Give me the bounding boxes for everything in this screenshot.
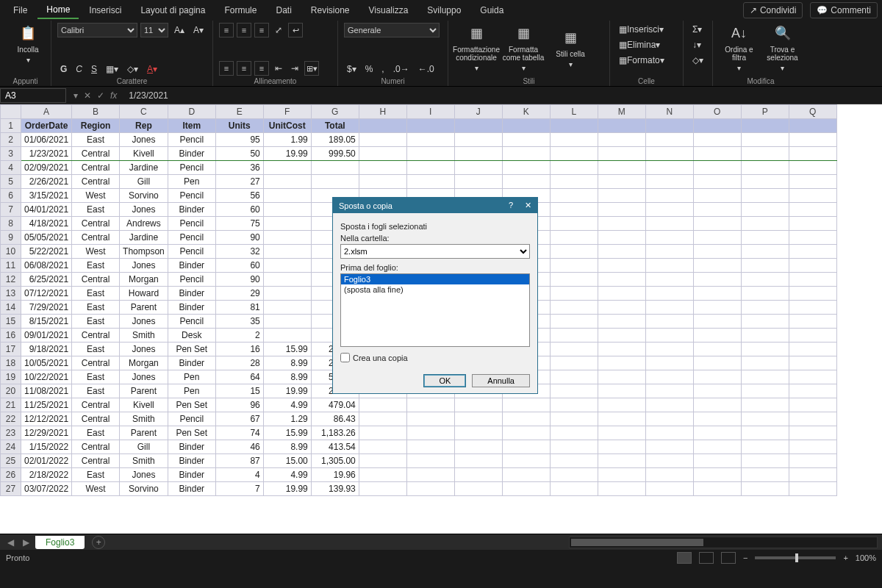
cell[interactable]: Pen Set (168, 343, 215, 356)
cell[interactable]: 29 (215, 287, 263, 301)
cell[interactable] (598, 231, 645, 245)
cell[interactable] (406, 175, 454, 189)
cell[interactable]: Parent (120, 384, 168, 398)
cell[interactable]: Binder (168, 468, 215, 482)
col-header-A[interactable]: A (21, 105, 72, 119)
align-center-button[interactable]: ≡ (237, 61, 251, 76)
cell[interactable]: 1.29 (263, 412, 311, 426)
cell[interactable]: 2 (215, 329, 263, 343)
cell[interactable] (741, 273, 789, 287)
cell[interactable] (598, 147, 645, 161)
autosum-button[interactable]: Σ▾ (689, 23, 706, 36)
cell[interactable] (789, 203, 836, 217)
cell[interactable]: 86.43 (311, 412, 359, 426)
cell[interactable]: Pencil (168, 273, 215, 287)
cell[interactable]: 19.96 (311, 468, 359, 482)
row-header-9[interactable]: 9 (1, 231, 21, 245)
cell[interactable] (741, 245, 789, 259)
tab-sviluppo[interactable]: Sviluppo (418, 2, 470, 18)
col-header-L[interactable]: L (550, 105, 598, 119)
cell[interactable] (789, 343, 836, 356)
cell[interactable] (741, 203, 789, 217)
cell[interactable]: West (72, 245, 120, 259)
cell[interactable] (741, 259, 789, 273)
cell[interactable]: 3/15/2021 (21, 189, 72, 203)
cell[interactable] (693, 468, 741, 482)
cell[interactable] (502, 440, 550, 454)
cell[interactable] (645, 245, 693, 259)
cell[interactable]: 2/18/2022 (21, 468, 72, 482)
cell[interactable] (645, 343, 693, 356)
font-name-select[interactable]: Calibri (57, 23, 137, 37)
cell[interactable] (502, 398, 550, 412)
cell[interactable]: Howard (120, 287, 168, 301)
cell[interactable] (263, 189, 311, 203)
cell[interactable]: Jones (120, 133, 168, 147)
fx-dropdown-icon[interactable]: ▾ (74, 90, 78, 101)
cell[interactable]: Desk (168, 329, 215, 343)
cell[interactable] (645, 161, 693, 175)
cell[interactable] (693, 398, 741, 412)
cell[interactable] (311, 161, 359, 175)
cell[interactable]: Binder (168, 259, 215, 273)
cell[interactable] (693, 175, 741, 189)
cell[interactable] (406, 119, 454, 133)
cell[interactable] (550, 231, 598, 245)
zoom-level[interactable]: 100% (856, 553, 876, 562)
cell[interactable]: Units (215, 119, 263, 133)
cell[interactable] (263, 329, 311, 343)
cell[interactable] (693, 119, 741, 133)
cell[interactable]: Pencil (168, 189, 215, 203)
italic-button[interactable]: C (73, 62, 85, 76)
cell[interactable]: 50 (215, 147, 263, 161)
cell[interactable] (645, 203, 693, 217)
zoom-slider[interactable] (755, 556, 836, 559)
cell[interactable]: Central (72, 356, 120, 370)
cell[interactable] (406, 412, 454, 426)
row-header-3[interactable]: 3 (1, 147, 21, 161)
cell[interactable] (789, 245, 836, 259)
cell[interactable]: East (72, 426, 120, 440)
cell[interactable] (645, 287, 693, 301)
cell[interactable]: Total (311, 119, 359, 133)
cell[interactable] (406, 482, 454, 496)
paste-button[interactable]: 📋 Incolla ▾ (6, 23, 50, 64)
cell[interactable] (598, 259, 645, 273)
cell[interactable]: 1/23/2021 (21, 147, 72, 161)
cell[interactable]: 15.99 (263, 343, 311, 356)
cell[interactable] (454, 398, 502, 412)
cell[interactable] (263, 245, 311, 259)
cell[interactable] (741, 398, 789, 412)
cell[interactable]: 27 (215, 175, 263, 189)
cell[interactable] (263, 175, 311, 189)
cell[interactable] (693, 343, 741, 356)
cell[interactable]: Binder (168, 301, 215, 315)
cell[interactable]: Jones (120, 259, 168, 273)
clear-button[interactable]: ◇▾ (689, 54, 706, 67)
cell[interactable] (789, 468, 836, 482)
format-cells-button[interactable]: ▦ Formato ▾ (616, 54, 677, 67)
cell[interactable] (550, 343, 598, 356)
cell[interactable] (693, 384, 741, 398)
cell[interactable]: Pencil (168, 412, 215, 426)
row-header-14[interactable]: 14 (1, 301, 21, 315)
cell[interactable]: Pencil (168, 245, 215, 259)
cell[interactable]: East (72, 133, 120, 147)
cell[interactable] (693, 287, 741, 301)
cell[interactable] (598, 356, 645, 370)
cell[interactable] (693, 412, 741, 426)
cell[interactable]: 139.93 (311, 482, 359, 496)
indent-less-button[interactable]: ⇤ (272, 62, 285, 75)
cell[interactable] (645, 356, 693, 370)
cell[interactable] (645, 370, 693, 384)
dec-decimal-button[interactable]: ←.0 (415, 62, 437, 76)
cell[interactable] (789, 384, 836, 398)
align-middle-button[interactable]: ≡ (237, 23, 251, 37)
align-left-button[interactable]: ≡ (219, 61, 234, 76)
tab-layout-di-pagina[interactable]: Layout di pagina (132, 2, 214, 18)
cell[interactable] (645, 189, 693, 203)
cell[interactable]: 95 (215, 133, 263, 147)
cell[interactable]: 8/15/2021 (21, 315, 72, 329)
cell[interactable] (645, 384, 693, 398)
cell[interactable] (454, 412, 502, 426)
